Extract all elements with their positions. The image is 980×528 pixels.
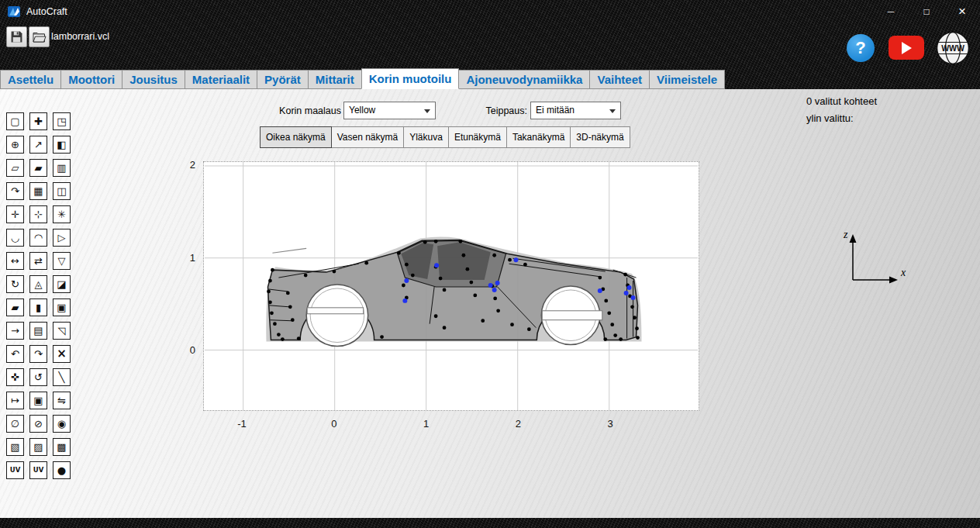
tool-undo[interactable]: ↶: [6, 345, 24, 363]
app-logo-icon: [7, 5, 21, 19]
tool-scale-point[interactable]: ◧: [53, 136, 71, 154]
y-tick-label: 2: [178, 159, 195, 171]
tool-move-point[interactable]: ↗: [29, 136, 47, 154]
tool-extend-tool[interactable]: ↦: [6, 392, 24, 409]
tool-rounded-panel[interactable]: ▣: [53, 299, 71, 316]
design-canvas[interactable]: [203, 161, 699, 411]
x-tick-label: 1: [417, 418, 436, 430]
tool-taper-tool[interactable]: ▽: [53, 252, 71, 270]
save-icon: [10, 30, 23, 43]
tab-ajoneuvodynamiikka[interactable]: Ajoneuvodynamiikka: [458, 70, 590, 89]
tool-outline-quad[interactable]: ▮: [29, 299, 47, 316]
youtube-button[interactable]: [889, 36, 924, 60]
view-vasen-n-kym[interactable]: Vasen näkymä: [331, 126, 405, 148]
tool-line-tool[interactable]: ╲: [53, 368, 71, 386]
tool-spread-points[interactable]: ✳: [53, 205, 71, 223]
y-tick-label: 0: [178, 344, 195, 356]
view-etun-kym[interactable]: Etunäkymä: [448, 126, 507, 148]
tab-vaihteet[interactable]: Vaihteet: [589, 70, 650, 89]
tool-rotate-ccw-tool[interactable]: ↺: [29, 368, 47, 386]
tool-stretch-horizontal[interactable]: ↔: [6, 252, 24, 270]
help-button[interactable]: ?: [847, 34, 875, 62]
tab-korin-muotoilu[interactable]: Korin muotoilu: [361, 68, 460, 89]
tab-moottori[interactable]: Moottori: [60, 70, 122, 89]
tool-palette: ▢✚◳⊕↗◧▱▰▥↷▦◫✛⊹✳◡◠▷↔⇄▽↻◬◪▰▮▣→▤◹↶↷×✜↺╲↦▣⇋∅…: [6, 112, 71, 479]
website-button[interactable]: WWW: [935, 30, 971, 66]
tool-corner-tool[interactable]: ◹: [53, 322, 71, 340]
tool-delete[interactable]: ×: [53, 345, 71, 363]
paint-color-select[interactable]: Yellow: [343, 102, 436, 119]
chevron-down-icon: [609, 109, 616, 113]
x-tick-label: 0: [325, 418, 343, 430]
tool-polygon-tool[interactable]: ▰: [29, 159, 47, 177]
tool-curve-tool[interactable]: ↷: [6, 182, 24, 200]
tool-copy-layer[interactable]: ▨: [29, 438, 47, 456]
tool-wedge-tool[interactable]: ▷: [53, 229, 71, 247]
close-button[interactable]: ×: [944, 0, 980, 23]
tool-snap-point[interactable]: ⊹: [29, 205, 47, 223]
youtube-play-icon: [902, 42, 912, 54]
tool-slant-shape[interactable]: ◪: [53, 275, 71, 293]
tool-new-file[interactable]: ▢: [6, 112, 24, 130]
title-bar: AutoCraft ─ □ ×: [0, 0, 980, 23]
tool-swap-points[interactable]: ⇄: [29, 252, 47, 270]
tool-rotate-cw-tool[interactable]: ↻: [6, 275, 24, 293]
tool-shear-tool[interactable]: ▱: [6, 159, 24, 177]
tool-move-tool[interactable]: ✜: [6, 368, 24, 386]
tab-mittarit[interactable]: Mittarit: [308, 70, 362, 89]
canvas-zone: -10123012: [0, 89, 980, 518]
tab-jousitus[interactable]: Jousitus: [122, 70, 185, 89]
tool-split-grid-tool[interactable]: ◫: [53, 182, 71, 200]
tab-asettelu[interactable]: Asettelu: [0, 70, 61, 89]
maximize-button[interactable]: □: [909, 0, 944, 23]
tool-flip-tool[interactable]: ⇋: [53, 392, 71, 409]
wrap-label: Teippaus:: [473, 105, 527, 116]
file-name: lamborrari.vcl: [51, 31, 109, 42]
tool-hide-tool[interactable]: ∅: [6, 415, 24, 433]
view-3d-n-kym[interactable]: 3D-näkymä: [570, 126, 630, 148]
y-tick-label: 1: [178, 252, 195, 264]
tool-hatch-tool[interactable]: ▥: [53, 159, 71, 177]
open-file-button[interactable]: [29, 26, 50, 47]
wrap-select[interactable]: Ei mitään: [530, 102, 621, 119]
chevron-down-icon: [424, 109, 430, 113]
tool-arc-down-tool[interactable]: ◡: [6, 229, 24, 247]
tool-table-tool[interactable]: ▤: [29, 322, 47, 340]
tool-merge-layer[interactable]: ▩: [53, 438, 71, 456]
view-oikea-n-kym[interactable]: Oikea näkymä: [260, 126, 332, 148]
tool-path-point[interactable]: →: [6, 322, 24, 340]
save-button[interactable]: [6, 26, 27, 47]
tab-viimeistele[interactable]: Viimeistele: [649, 70, 725, 89]
tool-add-vehicle[interactable]: ✚: [29, 112, 47, 130]
tool-filled-quad[interactable]: ▰: [6, 299, 24, 316]
view-button-row: Oikea näkymäVasen näkymäYläkuvaEtunäkymä…: [261, 126, 630, 148]
tool-expand-view[interactable]: ◳: [53, 112, 71, 130]
tool-uv-map-a[interactable]: UV: [6, 461, 24, 479]
minimize-button[interactable]: ─: [873, 0, 909, 23]
tab-materiaalit[interactable]: Materiaalit: [185, 70, 257, 89]
paint-label: Korin maalaus: [264, 105, 341, 116]
content-area: ▢✚◳⊕↗◧▱▰▥↷▦◫✛⊹✳◡◠▷↔⇄▽↻◬◪▰▮▣→▤◹↶↷×✜↺╲↦▣⇋∅…: [0, 89, 980, 518]
tool-rotate-shape[interactable]: ◬: [29, 275, 47, 293]
globe-icon: WWW: [935, 30, 971, 66]
axis-z-label: z: [843, 229, 848, 240]
selection-count-text: 0 valitut kohteet: [806, 95, 877, 107]
wrap-value: Ei mitään: [536, 105, 575, 116]
tool-arc-up-tool[interactable]: ◠: [29, 229, 47, 247]
view-yl-kuva[interactable]: Yläkuva: [403, 126, 449, 148]
tool-add-point[interactable]: ⊕: [6, 136, 24, 154]
tool-extrude-tool[interactable]: ▣: [29, 392, 47, 409]
car-drawing: [266, 237, 641, 347]
view-takan-kym[interactable]: Takanäkymä: [506, 126, 571, 148]
tool-uv-map-b[interactable]: UV: [29, 461, 47, 479]
tool-layer-grid[interactable]: ▧: [6, 438, 24, 456]
selection-top-text: ylin valittu:: [806, 112, 854, 124]
globe-www-label: WWW: [941, 43, 964, 53]
tool-grid-tool[interactable]: ▦: [29, 182, 47, 200]
tool-visibility-tool[interactable]: ◉: [53, 415, 71, 433]
tool-mask-tool[interactable]: ⊘: [29, 415, 47, 433]
tab-py-r-t[interactable]: Pyörät: [257, 70, 309, 89]
tool-sphere-tool[interactable]: ●: [53, 461, 71, 479]
tool-redo[interactable]: ↷: [29, 345, 47, 363]
tool-move-all-points[interactable]: ✛: [6, 205, 24, 223]
